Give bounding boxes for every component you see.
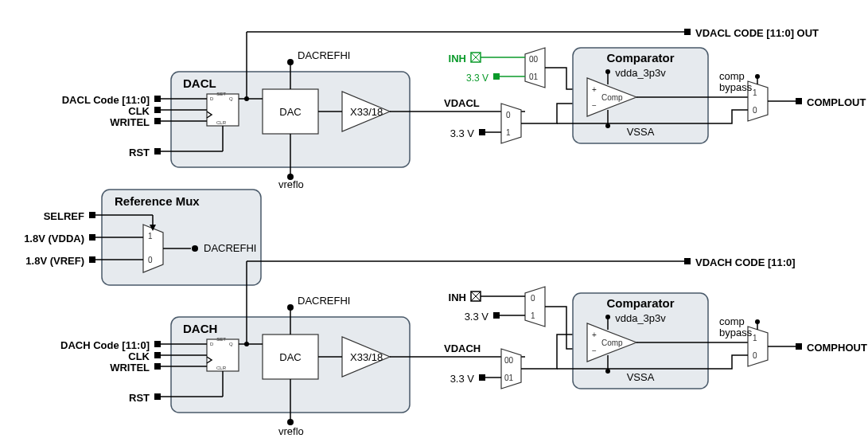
- svg-text:CLR: CLR: [216, 366, 227, 370]
- svg-marker-43: [525, 48, 545, 88]
- cmpL-comp-label: Comp: [601, 93, 623, 102]
- dach-gain-label: X33/18: [350, 351, 383, 363]
- cmpL-byp1: 1: [753, 88, 757, 97]
- svg-rect-34: [154, 148, 161, 155]
- dacl-negmux-a: 0: [506, 111, 511, 119]
- svg-text:D: D: [210, 342, 214, 346]
- svg-rect-48: [493, 73, 500, 80]
- refmux-opt0: 0: [148, 256, 153, 264]
- svg-point-76: [287, 419, 294, 425]
- dacl-negmux-b: 1: [506, 128, 511, 137]
- dacl-block: DACL D Q SET CLR DAC X33/18: [161, 59, 410, 180]
- dacl-posmux-a-label: INH: [449, 53, 466, 65]
- dacl-posmux-a: 00: [529, 55, 539, 64]
- svg-point-23: [287, 59, 294, 65]
- svg-point-87: [244, 342, 249, 346]
- dacl-pos-mux: 00 01 INH 3.3 V: [449, 48, 545, 88]
- cmpH-comp-label: Comp: [601, 338, 623, 347]
- dach-posmux-b: 01: [504, 374, 514, 382]
- dacl-gain-label: X33/18: [350, 106, 383, 118]
- svg-rect-42: [479, 129, 485, 135]
- comparator-h-block: Comparator + − Comp vdda_3p3v VSSA: [573, 293, 748, 389]
- cmpH-ground: VSSA: [627, 371, 655, 383]
- svg-rect-38: [684, 29, 691, 35]
- cmpL-supply: vdda_3p3v: [615, 67, 666, 79]
- cmpL-byp0: 0: [753, 106, 757, 115]
- svg-marker-1: [143, 225, 163, 272]
- dach-in3: RST: [129, 392, 150, 404]
- svg-point-36: [244, 96, 249, 101]
- dach-pos-mux: 00 01 3.3 V: [450, 349, 521, 389]
- cmpL-ground: VSSA: [627, 126, 655, 138]
- svg-text:SET: SET: [216, 92, 226, 96]
- dacl-reflo-label: vreflo: [278, 178, 304, 190]
- comparator-l-block: Comparator + − Comp vdda_3p3v VSSA: [573, 48, 748, 143]
- svg-marker-94: [525, 287, 545, 327]
- vdacl-label: VDACL: [444, 97, 480, 109]
- cmpH-title: Comparator: [606, 296, 674, 310]
- vdach-label: VDACH: [444, 342, 481, 354]
- cmpH-supply: vdda_3p3v: [615, 312, 666, 324]
- dach-in2: WRITEL: [110, 362, 150, 374]
- refmux-out-label: DACREFHI: [204, 242, 256, 254]
- svg-point-54: [605, 69, 610, 74]
- svg-rect-115: [796, 343, 802, 350]
- dach-title: DACH: [183, 322, 217, 335]
- dach-block: DACH D Q SET CLR DAC X33/18: [161, 304, 410, 425]
- refmux-opt1: 1: [148, 232, 153, 241]
- dach-reflo-label: vreflo: [278, 425, 304, 437]
- svg-text:bypass: bypass: [719, 327, 753, 338]
- svg-rect-9: [89, 212, 95, 218]
- dach-negmux-b-label: 3.3 V: [465, 311, 489, 323]
- refmux-in1-label: 1.8V (VDDA): [24, 233, 84, 245]
- svg-text:SET: SET: [216, 337, 226, 342]
- svg-rect-85: [154, 393, 161, 400]
- svg-text:+: +: [592, 331, 597, 339]
- dacl-title: DACL: [183, 76, 216, 90]
- svg-rect-33: [154, 118, 161, 124]
- svg-point-105: [605, 315, 610, 319]
- svg-rect-31: [154, 96, 161, 102]
- dach-posmux-a: 00: [504, 356, 514, 365]
- cmpL-bypass-l2: bypass: [719, 81, 753, 93]
- cmpL-bypass-l1: comp: [719, 70, 745, 82]
- dacl-refhi-label: DACREFHI: [298, 49, 350, 61]
- svg-rect-62: [796, 98, 802, 104]
- dach-negmux-a-label: INH: [449, 291, 466, 303]
- dacl-posmux-b: 01: [529, 72, 539, 81]
- svg-text:−: −: [592, 346, 597, 355]
- svg-rect-11: [89, 256, 95, 263]
- dach-negmux-b: 1: [531, 311, 535, 320]
- cmpH-byp1: 1: [753, 334, 757, 342]
- dacl-negmux-b-label: 3.3 V: [450, 127, 475, 139]
- cmpL-out-label: COMPLOUT: [807, 96, 866, 108]
- svg-text:−: −: [592, 101, 597, 110]
- dach-neg-mux: 0 1 INH 3.3 V: [449, 287, 545, 327]
- refmux-in0-label: 1.8V (VREF): [25, 255, 84, 267]
- svg-marker-91: [501, 349, 521, 389]
- dacl-in2: WRITEL: [110, 116, 150, 128]
- svg-rect-89: [684, 258, 691, 264]
- svg-text:Q: Q: [229, 342, 233, 346]
- dach-codeout-label: VDACH CODE [11:0]: [695, 256, 796, 268]
- dach-in0: DACH Code [11:0]: [60, 339, 150, 351]
- dacl-in1: CLK: [128, 105, 150, 117]
- svg-point-74: [287, 304, 294, 311]
- svg-point-56: [605, 123, 610, 128]
- dach-negmux-a: 0: [531, 294, 535, 303]
- svg-point-107: [605, 369, 610, 374]
- svg-text:CLR: CLR: [216, 120, 227, 125]
- cmpL-title: Comparator: [606, 51, 674, 65]
- svg-rect-32: [154, 107, 161, 113]
- dacl-dac-label: DAC: [279, 106, 301, 118]
- svg-rect-84: [154, 363, 161, 370]
- selref-label: SELREF: [44, 210, 84, 222]
- svg-point-8: [192, 245, 198, 252]
- dach-posmux-b-label: 3.3 V: [450, 373, 475, 385]
- dach-in1: CLK: [128, 350, 150, 362]
- svg-text:Q: Q: [229, 96, 233, 101]
- svg-text:D: D: [210, 96, 214, 101]
- dacl-in0: DACL Code [11:0]: [62, 94, 150, 106]
- svg-rect-93: [479, 374, 485, 381]
- dacl-neg-mux: 0 1 3.3 V: [450, 104, 521, 143]
